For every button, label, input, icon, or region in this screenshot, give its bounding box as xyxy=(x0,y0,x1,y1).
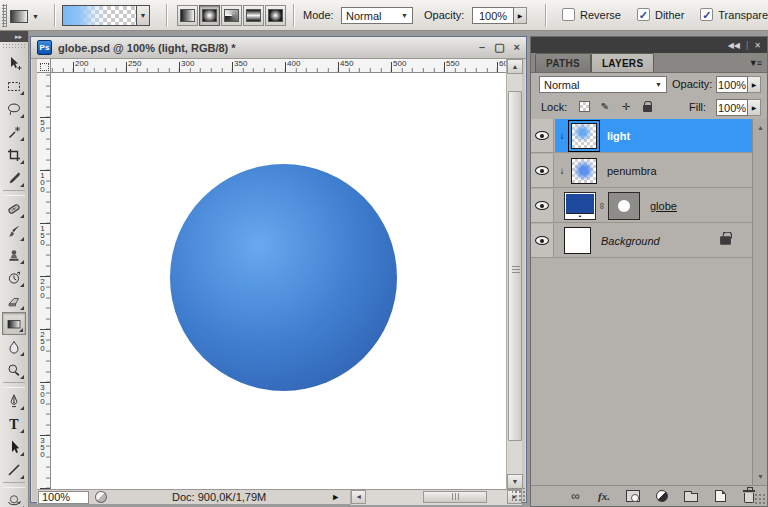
layer-row-penumbra[interactable]: ↓ penumbra xyxy=(531,154,752,188)
gradient-tool-preset-button[interactable]: ▼ xyxy=(10,7,46,25)
diamond-gradient-button[interactable] xyxy=(265,5,286,26)
mask-link-icon[interactable]: ∞ xyxy=(597,200,607,212)
horizontal-scrollbar[interactable]: ◄ ► xyxy=(350,490,522,505)
link-layers-icon[interactable]: ∞ xyxy=(567,488,583,504)
layer-thumbnail[interactable] xyxy=(571,123,597,149)
zoom-level-input[interactable]: 100% xyxy=(38,491,89,504)
new-adjustment-layer-icon[interactable] xyxy=(654,488,670,504)
scroll-up-button[interactable]: ▲ xyxy=(507,59,523,74)
eyedropper-tool[interactable] xyxy=(2,166,26,189)
reflected-gradient-button[interactable] xyxy=(243,5,264,26)
checkbox-dither[interactable]: ✓Dither xyxy=(637,8,684,21)
gradient-picker-arrow[interactable]: ▼ xyxy=(136,6,149,25)
layer-name[interactable]: light xyxy=(607,130,630,142)
document-titlebar[interactable]: Ps globe.psd @ 100% (light, RGB/8) * – ▢… xyxy=(31,37,526,59)
status-menu-arrow-icon[interactable]: ► xyxy=(331,492,340,502)
close-button[interactable]: × xyxy=(514,41,520,54)
palette-grip[interactable] xyxy=(2,43,26,50)
path-selection-tool[interactable] xyxy=(2,435,26,458)
visibility-toggle[interactable] xyxy=(531,189,554,222)
opacity-slider-button[interactable]: ▶ xyxy=(514,7,527,24)
checkbox-box[interactable]: ✓ xyxy=(700,8,713,21)
options-bar-grip[interactable] xyxy=(2,4,7,27)
minimize-button[interactable]: – xyxy=(479,41,485,54)
visibility-toggle[interactable] xyxy=(531,154,554,187)
checkbox-box[interactable]: ✓ xyxy=(637,8,650,21)
linear-gradient-button[interactable] xyxy=(177,5,198,26)
checkbox-reverse[interactable]: Reverse xyxy=(562,8,621,21)
brush-tool[interactable] xyxy=(2,220,26,243)
crop-tool[interactable] xyxy=(2,143,26,166)
gradient-preview-picker[interactable]: ▼ xyxy=(62,5,150,26)
lock-all-icon[interactable] xyxy=(640,99,654,113)
add-layer-mask-icon[interactable] xyxy=(625,488,641,504)
vertical-scroll-thumb[interactable] xyxy=(508,91,522,441)
history-brush-tool[interactable] xyxy=(2,266,26,289)
palette-collapse-button[interactable]: ▸▸ xyxy=(0,31,28,42)
rectangular-marquee-tool[interactable] xyxy=(2,74,26,97)
document-size-info[interactable]: Doc: 900,0K/1,79M xyxy=(121,491,317,503)
layer-row-globe[interactable]: ▲ ∞ globe xyxy=(531,189,752,223)
version-cue-icon[interactable] xyxy=(95,491,107,503)
layers-scrollbar[interactable]: ▲ ▼ xyxy=(752,119,767,485)
magic-wand-tool[interactable] xyxy=(2,120,26,143)
vertical-ruler[interactable]: 50100150200250300350400 xyxy=(37,73,51,489)
layer-opacity-slider-button[interactable]: ▶ xyxy=(748,76,761,93)
horizontal-scroll-thumb[interactable] xyxy=(423,491,487,503)
new-layer-icon[interactable] xyxy=(712,488,728,504)
line-tool[interactable] xyxy=(2,458,26,481)
scroll-up-button[interactable]: ▲ xyxy=(754,121,767,134)
gradient-tool[interactable] xyxy=(2,312,26,335)
visibility-toggle[interactable] xyxy=(531,224,554,257)
collapse-dock-icon[interactable]: ◀◀ xyxy=(728,41,740,50)
pen-tool[interactable] xyxy=(2,389,26,412)
scroll-down-button[interactable]: ▼ xyxy=(754,470,767,483)
lock-position-icon[interactable]: ✛ xyxy=(619,99,633,113)
layer-thumbnail[interactable] xyxy=(564,227,591,254)
move-tool[interactable] xyxy=(2,51,26,74)
lock-paint-icon[interactable]: ✎ xyxy=(598,99,612,113)
layer-style-fx-icon[interactable]: fx. xyxy=(596,488,612,504)
mode-dropdown[interactable]: Normal ▼ xyxy=(341,7,413,24)
lasso-tool[interactable] xyxy=(2,97,26,120)
eraser-tool[interactable] xyxy=(2,289,26,312)
tab-layers[interactable]: LAYERS xyxy=(591,53,654,72)
close-dock-icon[interactable]: ✕ xyxy=(754,41,761,50)
fill-layer-thumbnail[interactable]: ▲ xyxy=(564,192,596,220)
layer-name[interactable]: Background xyxy=(601,235,660,247)
scroll-down-button[interactable]: ▼ xyxy=(507,474,523,489)
layer-row-background[interactable]: Background xyxy=(531,224,752,258)
blend-mode-dropdown[interactable]: Normal ▼ xyxy=(539,76,667,93)
checkbox-box[interactable] xyxy=(562,8,575,21)
layer-name[interactable]: globe xyxy=(650,200,677,212)
layer-mask-thumbnail[interactable] xyxy=(608,192,640,220)
tab-paths[interactable]: PATHS xyxy=(535,53,591,72)
horizontal-ruler[interactable]: 200250300350400450500550600 xyxy=(51,59,506,73)
ruler-origin-box[interactable] xyxy=(37,59,51,73)
visibility-toggle[interactable] xyxy=(531,119,554,152)
canvas[interactable] xyxy=(51,73,506,489)
checkbox-transparency[interactable]: ✓Transparency xyxy=(700,8,768,21)
layer-opacity-input[interactable]: 100% xyxy=(716,76,748,93)
maximize-button[interactable]: ▢ xyxy=(494,41,504,54)
layer-name[interactable]: penumbra xyxy=(607,165,657,177)
vertical-scrollbar[interactable]: ▲ ▼ xyxy=(506,59,522,489)
fill-input[interactable]: 100% xyxy=(716,99,748,116)
scroll-left-button[interactable]: ◄ xyxy=(351,490,366,504)
fill-slider-button[interactable]: ▶ xyxy=(748,99,761,116)
opacity-input[interactable]: 100% xyxy=(472,7,514,24)
dock-resize-grip[interactable] xyxy=(753,492,766,505)
type-tool[interactable]: T xyxy=(2,412,26,435)
layer-row-light[interactable]: ↓ light xyxy=(531,119,752,153)
layer-thumbnail[interactable] xyxy=(571,158,597,184)
panel-menu-icon[interactable]: ▼≡ xyxy=(749,58,761,68)
blur-tool[interactable] xyxy=(2,335,26,358)
radial-gradient-button[interactable] xyxy=(199,5,220,26)
angle-gradient-button[interactable] xyxy=(221,5,242,26)
lock-transparency-icon[interactable] xyxy=(577,99,591,113)
dodge-tool[interactable] xyxy=(2,358,26,381)
window-resize-grip[interactable] xyxy=(512,488,526,502)
new-group-icon[interactable] xyxy=(683,488,699,504)
healing-brush-tool[interactable] xyxy=(2,197,26,220)
3d-orbit-tool[interactable] xyxy=(2,489,26,507)
